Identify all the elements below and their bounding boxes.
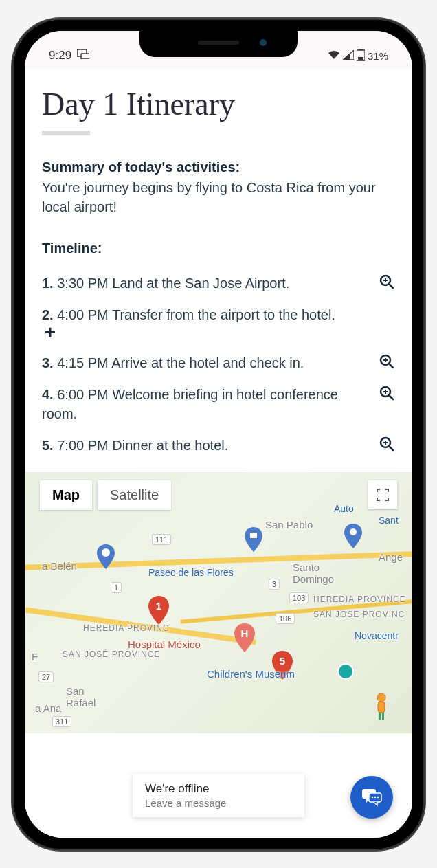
map-label: Santo Domingo xyxy=(293,561,348,585)
museum-poi-icon[interactable] xyxy=(337,663,354,680)
route-badge: 311 xyxy=(52,716,71,727)
timeline-text: 3:30 PM Land at the San Jose Airport. xyxy=(57,276,289,291)
svg-text:H: H xyxy=(241,627,249,639)
timeline-text: 4:00 PM Transfer from the airport to the… xyxy=(57,307,335,322)
svg-rect-28 xyxy=(378,702,385,713)
map-label: Auto xyxy=(334,503,354,514)
svg-rect-30 xyxy=(382,713,384,720)
svg-point-33 xyxy=(372,796,374,798)
offline-subtitle: Leave a message xyxy=(145,797,292,809)
notch xyxy=(139,31,298,57)
map-label: a Ana xyxy=(35,702,61,714)
map-label: SAN JOSÉ PROVINCE xyxy=(63,649,160,659)
timeline-item: 3. 4:15 PM Arrive at the hotel and check… xyxy=(42,353,395,372)
map-type-satellite-button[interactable]: Satellite xyxy=(98,480,171,510)
svg-point-34 xyxy=(374,796,377,798)
map-pin-1[interactable]: 1 xyxy=(148,596,169,625)
content-area[interactable]: Day 1 Itinerary Summary of today's activ… xyxy=(25,69,412,838)
title-underline xyxy=(42,131,90,135)
route-badge: 27 xyxy=(38,671,54,682)
svg-rect-1 xyxy=(81,54,89,59)
svg-rect-22 xyxy=(250,533,257,538)
map-label: San Pablo xyxy=(265,519,313,531)
map-label: Sant xyxy=(379,515,399,526)
svg-point-21 xyxy=(102,548,110,557)
battery-icon xyxy=(357,49,365,63)
svg-text:1: 1 xyxy=(156,600,161,612)
map-label: Novacentr xyxy=(355,630,399,641)
timeline-item: 5. 7:00 PM Dinner at the hotel. xyxy=(42,436,395,455)
svg-line-6 xyxy=(389,284,393,288)
timeline-num: 1. xyxy=(42,276,54,291)
shopping-pin-icon[interactable] xyxy=(344,524,362,548)
zoom-in-icon[interactable] xyxy=(379,353,395,370)
route-badge: 111 xyxy=(152,534,171,545)
phone-screen: 9:29 31% Day 1 Itinerary xyxy=(25,31,412,838)
map[interactable]: Map Satellite 1 xyxy=(25,472,412,733)
svg-point-35 xyxy=(377,796,379,798)
timeline-list: 1. 3:30 PM Land at the San Jose Airport.… xyxy=(42,274,395,455)
phone-frame: 9:29 31% Day 1 Itinerary xyxy=(12,19,425,850)
map-label: Ange xyxy=(379,551,403,563)
svg-line-10 xyxy=(389,364,393,368)
svg-rect-29 xyxy=(379,713,381,720)
route-badge: 1 xyxy=(111,582,122,593)
map-label: Children's Museum xyxy=(207,668,295,680)
timeline-num: 4. xyxy=(42,387,54,402)
map-label: HEREDIA PROVINC xyxy=(83,623,170,633)
map-label: a Belén xyxy=(42,560,77,572)
svg-line-14 xyxy=(389,395,393,399)
map-label: Hospital México xyxy=(128,638,201,650)
chat-offline-widget[interactable]: We're offline Leave a message xyxy=(133,774,304,817)
page-title: Day 1 Itinerary xyxy=(42,86,395,122)
timeline-text: 6:00 PM Welcome briefing in hotel confer… xyxy=(42,387,338,421)
svg-text:5: 5 xyxy=(280,655,285,667)
map-label: E xyxy=(32,651,38,663)
summary-label: Summary of today's activities: xyxy=(42,159,395,175)
chat-icon xyxy=(361,788,383,807)
zoom-in-icon[interactable] xyxy=(379,274,395,290)
route-badge: 106 xyxy=(276,613,295,624)
plus-icon[interactable]: + xyxy=(42,324,58,341)
timeline-num: 3. xyxy=(42,355,54,370)
map-type-map-button[interactable]: Map xyxy=(40,480,92,510)
signal-icon xyxy=(343,50,354,62)
svg-line-18 xyxy=(389,446,393,450)
summary-text: You're journey begins by flying to Costa… xyxy=(42,178,395,216)
svg-point-23 xyxy=(350,528,357,535)
cast-icon xyxy=(77,49,89,63)
battery-percentage: 31% xyxy=(368,50,388,62)
map-label: SAN JOSE PROVINC xyxy=(313,610,405,619)
map-label: San Rafael xyxy=(66,685,107,709)
hospital-pin-icon[interactable]: H xyxy=(234,623,255,652)
shopping-pin-icon[interactable] xyxy=(245,527,262,552)
timeline-item: 1. 3:30 PM Land at the San Jose Airport. xyxy=(42,274,395,293)
route-badge: 3 xyxy=(269,579,280,590)
fullscreen-button[interactable] xyxy=(368,480,397,509)
timeline-num: 5. xyxy=(42,438,54,453)
map-label: Paseo de las Flores xyxy=(148,567,234,578)
timeline-label: Timeline: xyxy=(42,241,395,256)
pegman-icon[interactable] xyxy=(371,692,392,720)
timeline-text: 7:00 PM Dinner at the hotel. xyxy=(57,438,228,453)
offline-title: We're offline xyxy=(145,782,292,796)
zoom-in-icon[interactable] xyxy=(379,385,395,401)
timeline-item: 2. 4:00 PM Transfer from the airport to … xyxy=(42,305,395,341)
status-time: 9:29 xyxy=(49,49,71,63)
svg-rect-4 xyxy=(358,57,363,60)
map-label: HEREDIA PROVINCE xyxy=(313,594,406,604)
route-badge: 103 xyxy=(289,592,309,603)
timeline-text: 4:15 PM Arrive at the hotel and check in… xyxy=(57,355,304,370)
chat-button[interactable] xyxy=(350,776,393,819)
shopping-pin-icon[interactable] xyxy=(97,544,115,569)
wifi-icon xyxy=(328,50,340,62)
zoom-in-icon[interactable] xyxy=(379,436,395,452)
svg-point-27 xyxy=(377,693,385,702)
timeline-item: 4. 6:00 PM Welcome briefing in hotel con… xyxy=(42,385,395,423)
